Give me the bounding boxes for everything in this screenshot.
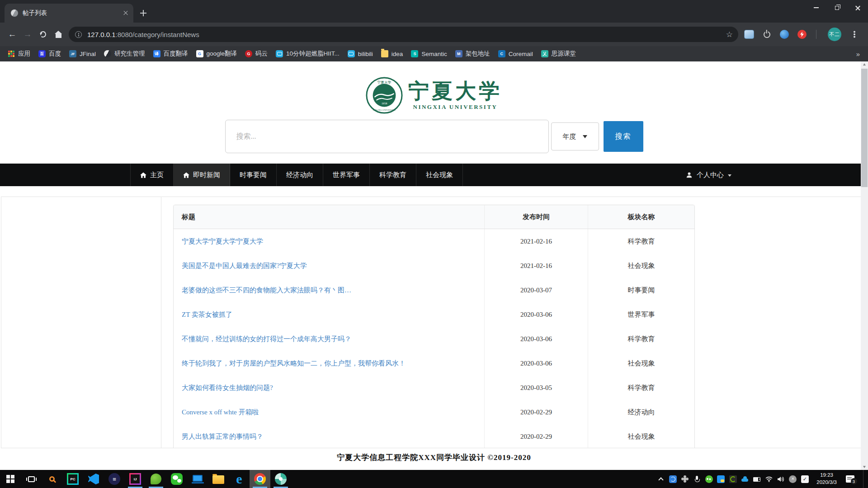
green-app-button[interactable] bbox=[146, 470, 166, 488]
new-tab-button[interactable] bbox=[137, 7, 150, 19]
battery-tray-icon[interactable] bbox=[753, 475, 761, 483]
microphone-tray-icon[interactable] bbox=[693, 475, 701, 483]
bookmark-baidu[interactable]: 百百度 bbox=[34, 48, 65, 60]
search-input[interactable] bbox=[225, 120, 549, 153]
pycharm-button[interactable]: PC bbox=[62, 470, 83, 488]
wechat-tray-icon[interactable] bbox=[705, 475, 713, 483]
task-view-button[interactable] bbox=[21, 470, 42, 488]
table-header: 标题 发布时间 板块名称 bbox=[174, 205, 694, 229]
bookmark-star-icon[interactable]: ☆ bbox=[726, 30, 733, 39]
vscode-icon bbox=[88, 474, 99, 484]
post-link[interactable]: 终于轮到我了，对于房屋的户型风水略知一二，你上户型，我帮你看风水！ bbox=[182, 359, 406, 368]
bookmark-coremail[interactable]: CCoremail bbox=[494, 48, 537, 60]
baidu-icon: 百 bbox=[38, 50, 46, 57]
tab-close-icon[interactable] bbox=[123, 10, 129, 16]
tab-title: 帖子列表 bbox=[23, 9, 123, 17]
site-logo: 宁夏大学 1958 NINGXIA UNIVERSITY 宁夏大学 NINGXI… bbox=[0, 75, 868, 116]
post-link[interactable]: Converse x off whte 开箱啦 bbox=[182, 408, 259, 417]
cloud-sync-tray-icon[interactable] bbox=[741, 475, 749, 483]
voice-extension-icon[interactable] bbox=[779, 29, 790, 40]
bookmark-graduate-mgmt[interactable]: 研究生管理 bbox=[100, 48, 149, 60]
reload-button[interactable] bbox=[35, 27, 51, 42]
post-link[interactable]: ZT 卖茶女被抓了 bbox=[182, 310, 232, 319]
taskbar-clock[interactable]: 19:23 2020/3/3 bbox=[816, 472, 837, 486]
search-icon bbox=[49, 476, 55, 482]
edge-button[interactable]: e bbox=[229, 470, 250, 488]
pinwheel-app-button[interactable] bbox=[270, 470, 291, 488]
flower-tray-icon[interactable] bbox=[681, 475, 689, 483]
bookmark-apps[interactable]: 应用 bbox=[4, 48, 34, 60]
nav-item-world-military[interactable]: 世界军事 bbox=[323, 164, 370, 186]
nav-item-social-phenomena[interactable]: 社会现象 bbox=[416, 164, 463, 186]
input-method-tray-icon[interactable] bbox=[717, 475, 725, 483]
bookmark-idea[interactable]: idea bbox=[377, 48, 407, 60]
search-app-button[interactable] bbox=[42, 470, 62, 488]
sync-tray-icon[interactable] bbox=[669, 475, 677, 483]
bookmark-maven[interactable]: M架包地址 bbox=[451, 48, 494, 60]
close-button[interactable] bbox=[847, 0, 868, 15]
globe-favicon-icon bbox=[11, 9, 18, 17]
nav-item-economy[interactable]: 经济动向 bbox=[277, 164, 323, 186]
post-link[interactable]: 美国是不是中国人最难去的国家?宁夏大学 bbox=[182, 262, 307, 270]
post-link[interactable]: 老婆做的这些不三不四的食物能入大家法眼吗？有丶图… bbox=[182, 286, 351, 295]
year-select[interactable]: 年度 bbox=[551, 122, 599, 150]
minimize-button[interactable] bbox=[806, 0, 826, 15]
flash-extension-icon[interactable] bbox=[797, 29, 807, 40]
bookmark-siyuan[interactable]: 乂思源课堂 bbox=[537, 48, 580, 60]
bookmark-bilibili[interactable]: bilibili bbox=[344, 48, 377, 60]
nav-item-science-education[interactable]: 科学教育 bbox=[370, 164, 416, 186]
nav-item-current-affairs[interactable]: 时事要闻 bbox=[230, 164, 277, 186]
post-link[interactable]: 宁夏大学宁夏大学宁夏大学 bbox=[182, 237, 263, 246]
bookmark-semantic[interactable]: SSemantic bbox=[407, 48, 451, 60]
chrome-icon bbox=[254, 473, 266, 485]
table-row: 大家如何看待女生抽烟的问题? 2020-03-05 科学教育 bbox=[174, 375, 694, 400]
site-info-icon[interactable] bbox=[75, 31, 82, 38]
post-category: 社会现象 bbox=[588, 253, 694, 278]
nav-item-instant-news[interactable]: 即时新闻 bbox=[174, 164, 230, 186]
laptop-manager-button[interactable] bbox=[187, 470, 208, 488]
mute-tray-icon[interactable]: × bbox=[789, 475, 797, 483]
restore-button[interactable] bbox=[826, 0, 847, 15]
defender-tray-icon[interactable]: ✓ bbox=[801, 475, 809, 483]
forward-button[interactable]: → bbox=[20, 27, 35, 42]
back-button[interactable]: ← bbox=[5, 27, 20, 42]
scrollbar-thumb[interactable] bbox=[861, 69, 868, 187]
chrome-button[interactable] bbox=[250, 470, 270, 488]
intellij-idea-button[interactable]: IJ bbox=[125, 470, 146, 488]
volume-tray-icon[interactable] bbox=[777, 475, 785, 483]
action-center-button[interactable]: 3 bbox=[846, 475, 854, 483]
jfinal-icon: JF bbox=[69, 50, 76, 57]
system-tray: × ✓ 19:23 2020/3/3 3 bbox=[657, 470, 868, 488]
home-button[interactable] bbox=[51, 27, 66, 42]
post-link[interactable]: 男人出轨算正常的事情吗？ bbox=[182, 432, 263, 441]
bookmark-jfinal[interactable]: JFJFinal bbox=[65, 48, 100, 60]
wechat-button[interactable] bbox=[166, 470, 187, 488]
start-button[interactable] bbox=[0, 470, 21, 488]
search-button[interactable]: 搜索 bbox=[604, 121, 643, 152]
eclipse-button[interactable]: ≡ bbox=[104, 470, 125, 488]
bookmark-google-translate[interactable]: Ggoogle翻译 bbox=[192, 48, 241, 60]
screenshot-extension-icon[interactable] bbox=[744, 29, 755, 40]
page-scrollbar[interactable] bbox=[861, 61, 868, 470]
nav-item-home[interactable]: 主页 bbox=[130, 164, 174, 186]
bookmark-baidu-translate[interactable]: 译百度翻译 bbox=[149, 48, 192, 60]
power-extension-icon[interactable] bbox=[761, 29, 772, 40]
nvidia-tray-icon[interactable] bbox=[729, 475, 737, 483]
bookmark-hiit-video[interactable]: 10分钟超燃脂HIIT... bbox=[272, 48, 344, 60]
post-link[interactable]: 不懂就问，经过训练的女的打得过一个成年高大男子吗？ bbox=[182, 335, 351, 343]
chrome-menu-icon[interactable] bbox=[854, 33, 855, 35]
bookmarks-overflow-chevron[interactable]: » bbox=[852, 50, 864, 58]
vscode-button[interactable] bbox=[83, 470, 104, 488]
show-desktop-button[interactable] bbox=[863, 470, 866, 488]
post-date: 2020-03-05 bbox=[484, 375, 588, 400]
address-bar[interactable]: 127.0.0.1:8080/category/instantNews ☆ bbox=[69, 27, 738, 42]
bookmark-gitee[interactable]: G码云 bbox=[241, 48, 272, 60]
profile-avatar[interactable]: 不二 bbox=[828, 28, 841, 41]
file-explorer-button[interactable] bbox=[208, 470, 229, 488]
wifi-tray-icon[interactable] bbox=[765, 475, 773, 483]
post-link[interactable]: 大家如何看待女生抽烟的问题? bbox=[182, 384, 273, 392]
browser-tab[interactable]: 帖子列表 bbox=[5, 4, 133, 23]
hidden-icons-button[interactable] bbox=[657, 475, 665, 483]
laptop-icon bbox=[193, 475, 203, 482]
user-center-menu[interactable]: 个人中心 bbox=[679, 164, 738, 186]
